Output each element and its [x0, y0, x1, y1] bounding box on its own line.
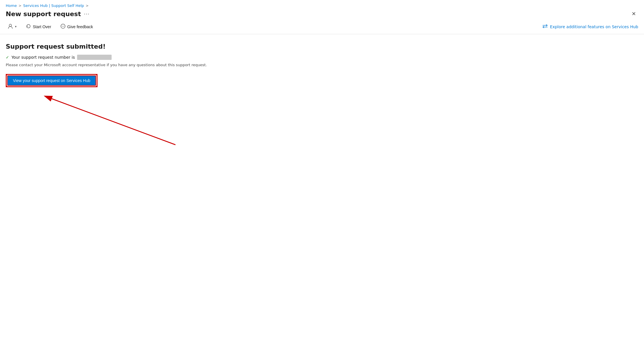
explore-features-link[interactable]: Explore additional features on Services … — [542, 24, 638, 29]
view-button-highlight: View your support request on Services Hu… — [6, 74, 98, 87]
contact-text: Please contact your Microsoft account re… — [6, 63, 638, 67]
svg-point-2 — [62, 26, 62, 26]
toolbar: ▾ Start Over Give feedback — [0, 19, 644, 34]
start-over-button[interactable]: Start Over — [24, 22, 53, 31]
user-account-button[interactable]: ▾ — [6, 22, 18, 31]
svg-point-0 — [9, 24, 12, 26]
red-arrow-svg — [6, 90, 178, 148]
toolbar-left: ▾ Start Over Give feedback — [6, 22, 95, 31]
user-icon — [7, 23, 13, 30]
give-feedback-label: Give feedback — [67, 24, 93, 29]
page-title: New support request — [6, 10, 81, 18]
svg-line-6 — [52, 99, 175, 145]
feedback-icon — [60, 24, 66, 30]
request-number-label: Your support request number is — [12, 55, 75, 60]
page-title-row: New support request ··· ✕ — [0, 9, 644, 18]
breadcrumb-services-hub[interactable]: Services Hub | Support Self Help — [23, 3, 84, 8]
close-button[interactable]: ✕ — [629, 10, 638, 18]
svg-point-3 — [63, 26, 63, 26]
request-number-value — [77, 55, 112, 60]
breadcrumb-sep-2: > — [86, 4, 89, 8]
view-support-request-button[interactable]: View your support request on Services Hu… — [7, 75, 96, 86]
page-title-left: New support request ··· — [6, 10, 90, 18]
annotation-arrow — [6, 90, 178, 148]
success-title: Support request submitted! — [6, 43, 638, 50]
svg-point-4 — [64, 26, 64, 26]
explore-label: Explore additional features on Services … — [550, 24, 638, 29]
give-feedback-button[interactable]: Give feedback — [59, 22, 95, 31]
start-over-label: Start Over — [33, 24, 51, 29]
breadcrumb-sep-1: > — [18, 4, 21, 8]
breadcrumb-home[interactable]: Home — [6, 3, 17, 8]
request-number-row: ✓ Your support request number is — [6, 55, 638, 60]
explore-icon — [542, 24, 548, 29]
chevron-down-icon: ▾ — [15, 25, 17, 28]
main-content: Support request submitted! ✓ Your suppor… — [0, 34, 644, 153]
check-icon: ✓ — [6, 55, 9, 60]
more-options-icon[interactable]: ··· — [84, 11, 89, 17]
breadcrumb: Home > Services Hub | Support Self Help … — [0, 0, 644, 9]
start-over-icon — [26, 24, 31, 30]
